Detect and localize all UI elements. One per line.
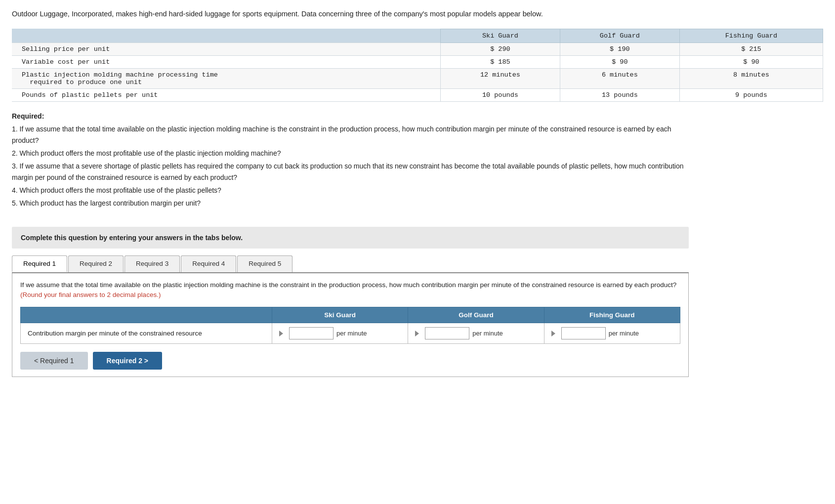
answer-col-label <box>21 307 272 323</box>
row-golf-selling: $ 190 <box>560 42 679 55</box>
answer-row-label: Contribution margin per minute of the co… <box>21 323 272 344</box>
answer-cell-ski: per minute <box>272 323 408 344</box>
required-section: Required: 1. If we assume that the total… <box>12 111 689 209</box>
required-item-2: 2. Which product offers the most profita… <box>12 148 689 159</box>
table-row: Plastic injection molding machine proces… <box>12 68 823 88</box>
col-ski-guard: Ski Guard <box>440 29 560 42</box>
next-button[interactable]: Required 2 > <box>93 352 162 370</box>
row-ski-variable: $ 185 <box>440 55 560 68</box>
golf-guard-input[interactable] <box>425 327 469 339</box>
tab1-content: If we assume that the total time availab… <box>12 273 689 378</box>
nav-buttons: < Required 1 Required 2 > <box>20 352 680 370</box>
round-note: (Round your final answers to 2 decimal p… <box>20 291 161 298</box>
required-item-3: 3. If we assume that a severe shortage o… <box>12 161 689 183</box>
col-fishing-guard: Fishing Guard <box>679 29 823 42</box>
required-item-4: 4. Which product offers the most profita… <box>12 185 689 196</box>
ski-guard-input[interactable] <box>289 327 334 339</box>
tabs-container: Required 1 Required 2 Required 3 Require… <box>12 255 689 273</box>
product-data-table: Ski Guard Golf Guard Fishing Guard Selli… <box>12 29 823 102</box>
row-golf-pellets: 13 pounds <box>560 88 679 101</box>
row-fishing-selling: $ 215 <box>679 42 823 55</box>
answer-col-fishing: Fishing Guard <box>544 307 680 323</box>
col-label <box>12 29 440 42</box>
row-ski-pellets: 10 pounds <box>440 88 560 101</box>
required-label: Required: <box>12 112 44 120</box>
table-row: Pounds of plastic pellets per unit 10 po… <box>12 88 823 101</box>
intro-text: Outdoor Luggage, Incorporated, makes hig… <box>12 9 679 20</box>
table-row: Variable cost per unit $ 185 $ 90 $ 90 <box>12 55 823 68</box>
fishing-unit-label: per minute <box>609 330 639 337</box>
col-golf-guard: Golf Guard <box>560 29 679 42</box>
fishing-triangle-icon <box>551 331 555 336</box>
row-ski-selling: $ 290 <box>440 42 560 55</box>
ski-triangle-icon <box>279 331 283 336</box>
row-golf-variable: $ 90 <box>560 55 679 68</box>
tab-required-4[interactable]: Required 4 <box>181 255 236 272</box>
answer-col-ski: Ski Guard <box>272 307 408 323</box>
row-fishing-processing: 8 minutes <box>679 68 823 88</box>
row-ski-processing: 12 minutes <box>440 68 560 88</box>
required-item-1: 1. If we assume that the total time avai… <box>12 124 689 146</box>
golf-triangle-icon <box>415 331 419 336</box>
row-label-selling: Selling price per unit <box>12 42 440 55</box>
fishing-guard-input[interactable] <box>561 327 606 339</box>
row-golf-processing: 6 minutes <box>560 68 679 88</box>
answer-table: Ski Guard Golf Guard Fishing Guard Contr… <box>20 307 680 344</box>
row-label-variable: Variable cost per unit <box>12 55 440 68</box>
tab-required-1[interactable]: Required 1 <box>12 255 67 272</box>
answer-row: Contribution margin per minute of the co… <box>21 323 680 344</box>
required-item-5: 5. Which product has the largest contrib… <box>12 198 689 209</box>
row-label-processing: Plastic injection molding machine proces… <box>12 68 440 88</box>
prev-button[interactable]: < Required 1 <box>20 352 88 370</box>
tab-required-2[interactable]: Required 2 <box>68 255 124 272</box>
row-fishing-variable: $ 90 <box>679 55 823 68</box>
tab-required-3[interactable]: Required 3 <box>125 255 180 272</box>
table-row: Selling price per unit $ 290 $ 190 $ 215 <box>12 42 823 55</box>
tab-required-5[interactable]: Required 5 <box>237 255 292 272</box>
row-fishing-pellets: 9 pounds <box>679 88 823 101</box>
answer-col-golf: Golf Guard <box>408 307 544 323</box>
complete-box: Complete this question by entering your … <box>12 227 689 249</box>
tab1-question: If we assume that the total time availab… <box>20 280 680 300</box>
golf-unit-label: per minute <box>472 330 502 337</box>
ski-unit-label: per minute <box>336 330 367 337</box>
row-label-pellets: Pounds of plastic pellets per unit <box>12 88 440 101</box>
answer-cell-fishing: per minute <box>544 323 680 344</box>
answer-cell-golf: per minute <box>408 323 544 344</box>
